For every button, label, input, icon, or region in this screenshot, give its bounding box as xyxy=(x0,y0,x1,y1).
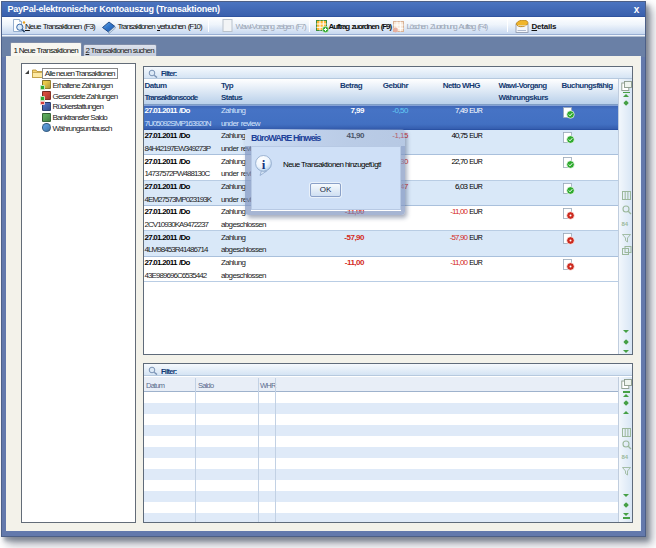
svg-text:i: i xyxy=(262,156,266,171)
